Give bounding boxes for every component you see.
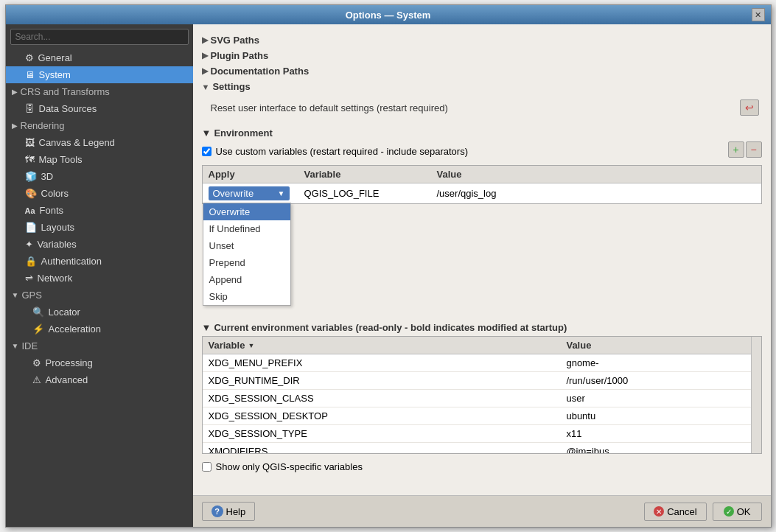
- sidebar-item-layouts-label: Layouts: [41, 222, 75, 233]
- sidebar-item-processing[interactable]: ⚙ Processing: [6, 354, 193, 371]
- variable-sort-icon: ▼: [248, 342, 254, 349]
- svg-paths-label: SVG Paths: [211, 35, 259, 46]
- sidebar-item-3d[interactable]: 🧊 3D: [6, 168, 193, 185]
- variable-sort-header[interactable]: Variable ▼: [209, 340, 555, 351]
- dropdown-item-prepend[interactable]: Prepend: [203, 254, 290, 271]
- dropdown-item-unset[interactable]: Unset: [203, 237, 290, 254]
- documentation-paths-section[interactable]: ▶ Documentation Paths: [202, 66, 762, 77]
- env-table-header-row: Apply Variable Value: [203, 166, 761, 183]
- acceleration-icon: ⚡: [32, 323, 44, 335]
- env-table-header-apply: Apply: [203, 166, 298, 183]
- reset-button[interactable]: ↩: [740, 99, 759, 116]
- show-only-qgis-checkbox[interactable]: [202, 462, 212, 472]
- help-button[interactable]: ? Help: [202, 502, 256, 521]
- table-row: XDG_SESSION_CLASSuser: [203, 390, 761, 407]
- current-env-header-row: Variable ▼ Value: [203, 337, 761, 354]
- sidebar-group-ide[interactable]: ▼ IDE: [6, 337, 193, 354]
- ok-button[interactable]: ✓ OK: [713, 503, 762, 521]
- search-input[interactable]: [10, 29, 189, 45]
- variables-icon: ✦: [25, 239, 33, 250]
- use-custom-vars-checkbox[interactable]: [202, 147, 212, 156]
- show-only-qgis-row: Show only QGIS-specific variables: [202, 458, 762, 478]
- settings-section[interactable]: ▼ Settings: [202, 81, 762, 92]
- sidebar-item-authentication[interactable]: 🔒 Authentication: [6, 253, 193, 270]
- environment-section[interactable]: ▼ Environment: [202, 127, 762, 139]
- dropdown-item-skip[interactable]: Skip: [203, 288, 290, 305]
- current-env-table-container: Variable ▼ Value XDG_MENU_PREFIXgnome-XD…: [202, 336, 762, 454]
- plugin-paths-section[interactable]: ▶ Plugin Paths: [202, 50, 762, 61]
- close-button[interactable]: ✕: [752, 8, 765, 21]
- search-box: [6, 24, 193, 49]
- sidebar-item-network[interactable]: ⇌ Network: [6, 270, 193, 287]
- sidebar-item-map-tools-label: Map Tools: [39, 154, 83, 165]
- variable-cell: XMODIFIERS: [203, 443, 561, 455]
- env-table-header-value: Value: [431, 166, 761, 183]
- sidebar-item-advanced[interactable]: ⚠ Advanced: [6, 371, 193, 388]
- dialog-title: Options — System: [25, 10, 752, 21]
- apply-dropdown-arrow-icon: ▼: [278, 189, 285, 197]
- variable-col-label: Variable: [209, 340, 245, 351]
- custom-vars-checkbox-row: Use custom variables (restart required -…: [202, 143, 468, 160]
- sidebar-item-variables[interactable]: ✦ Variables: [6, 236, 193, 253]
- sidebar-item-system[interactable]: 🖥 System: [6, 66, 193, 83]
- plugin-paths-arrow-icon: ▶: [202, 51, 208, 60]
- sidebar-item-data-sources[interactable]: 🗄 Data Sources: [6, 100, 193, 117]
- colors-icon: 🎨: [25, 188, 37, 199]
- sidebar-item-fonts[interactable]: Aa Fonts: [6, 202, 193, 219]
- sidebar-item-general[interactable]: ⚙ General: [6, 49, 193, 66]
- cancel-button[interactable]: ✕ Cancel: [644, 503, 706, 521]
- content-area: ▶ SVG Paths ▶ Plugin Paths ▶ Documentati…: [193, 24, 771, 495]
- sidebar-item-variables-label: Variables: [38, 239, 77, 250]
- scrollbar[interactable]: [751, 337, 761, 453]
- table-row: XDG_MENU_PREFIXgnome-: [203, 354, 761, 372]
- sidebar-item-acceleration[interactable]: ⚡ Acceleration: [6, 321, 193, 337]
- 3d-icon: 🧊: [25, 171, 37, 182]
- plugin-paths-label: Plugin Paths: [211, 50, 269, 61]
- sidebar-item-canvas-legend[interactable]: 🖼 Canvas & Legend: [6, 134, 193, 151]
- sidebar-item-colors[interactable]: 🎨 Colors: [6, 185, 193, 202]
- documentation-paths-arrow-icon: ▶: [202, 66, 208, 76]
- sidebar-item-locator[interactable]: 🔍 Locator: [6, 304, 193, 321]
- dropdown-item-append[interactable]: Append: [203, 271, 290, 288]
- apply-dropdown-value: Overwrite: [213, 188, 254, 199]
- environment-label: Environment: [214, 127, 272, 139]
- sidebar-item-authentication-label: Authentication: [41, 256, 102, 267]
- variable-cell: XDG_RUNTIME_DIR: [203, 372, 561, 390]
- current-env-th-variable: Variable ▼: [203, 337, 561, 354]
- gps-chevron-icon: ▼: [12, 291, 19, 299]
- svg-paths-arrow-icon: ▶: [202, 35, 208, 45]
- sidebar-group-rendering[interactable]: ▶ Rendering: [6, 117, 193, 134]
- remove-env-var-button[interactable]: −: [746, 141, 762, 158]
- apply-dropdown-menu: Overwrite If Undefined Unset Prepend App…: [203, 203, 291, 306]
- sidebar-group-gps[interactable]: ▼ GPS: [6, 287, 193, 304]
- apply-dropdown[interactable]: Overwrite ▼: [209, 186, 290, 200]
- sidebar-group-crs-label: CRS and Transforms: [21, 86, 110, 97]
- dialog-body: ⚙ General 🖥 System ▶ CRS and Transforms …: [6, 24, 771, 527]
- settings-arrow-icon: ▼: [202, 83, 210, 91]
- add-env-var-button[interactable]: +: [728, 141, 744, 158]
- apply-cell: Overwrite ▼ Overwrite If Undefined Unset…: [203, 183, 298, 204]
- sidebar-item-map-tools[interactable]: 🗺 Map Tools: [6, 151, 193, 168]
- sidebar-group-crs[interactable]: ▶ CRS and Transforms: [6, 83, 193, 100]
- canvas-icon: 🖼: [25, 137, 35, 148]
- env-variables-table: Apply Variable Value Overwrite ▼: [203, 166, 761, 203]
- dropdown-item-if-undefined[interactable]: If Undefined: [203, 220, 290, 237]
- sidebar-group-gps-label: GPS: [21, 290, 41, 301]
- help-label: Help: [226, 506, 246, 517]
- processing-icon: ⚙: [32, 357, 41, 368]
- sidebar-item-acceleration-label: Acceleration: [49, 323, 102, 335]
- table-row: Overwrite ▼ Overwrite If Undefined Unset…: [203, 183, 761, 204]
- table-row: XDG_SESSION_DESKTOPubuntu: [203, 407, 761, 425]
- help-icon: ?: [212, 505, 223, 517]
- sidebar-item-layouts[interactable]: 📄 Layouts: [6, 219, 193, 236]
- map-tools-icon: 🗺: [25, 154, 35, 165]
- sidebar-item-advanced-label: Advanced: [46, 374, 88, 385]
- table-row: XMODIFIERS@im=ibus: [203, 443, 761, 455]
- current-env-header[interactable]: ▼ Current environment variables (read-on…: [202, 322, 762, 333]
- dropdown-item-overwrite[interactable]: Overwrite: [203, 203, 290, 220]
- svg-paths-section[interactable]: ▶ SVG Paths: [202, 35, 762, 46]
- sidebar-item-data-sources-label: Data Sources: [39, 103, 97, 114]
- sidebar-item-system-label: System: [39, 69, 71, 80]
- sidebar-item-colors-label: Colors: [41, 188, 69, 199]
- variable-cell: QGIS_LOG_FILE: [298, 183, 431, 204]
